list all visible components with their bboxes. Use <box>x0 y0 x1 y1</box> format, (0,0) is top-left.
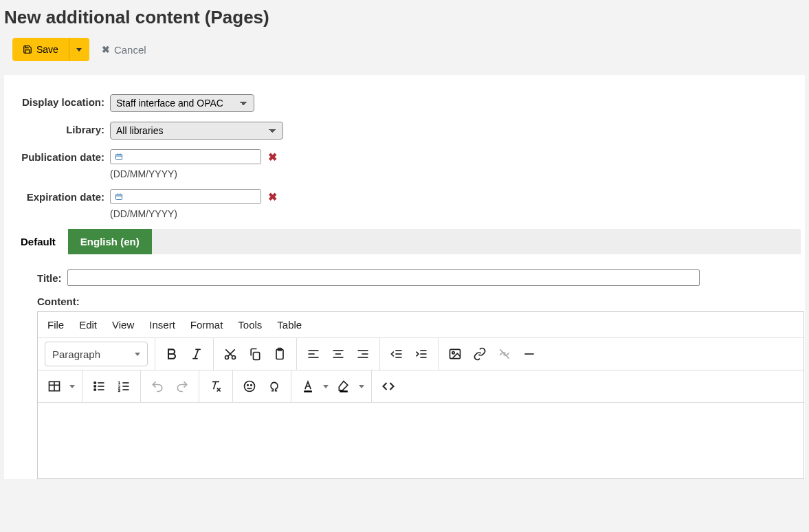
publication-date-input[interactable] <box>110 149 261 164</box>
content-label: Content: <box>37 296 801 307</box>
special-char-button[interactable] <box>265 377 284 396</box>
publication-date-hint: (DD/MM/YYYY) <box>110 168 801 179</box>
title-input[interactable] <box>67 269 700 286</box>
numbered-list-button[interactable]: 123 <box>114 377 133 396</box>
editor-toolbar-row-2: 123 <box>38 370 804 403</box>
svg-point-42 <box>94 389 96 391</box>
svg-point-54 <box>245 381 255 392</box>
copy-button[interactable] <box>245 344 265 364</box>
chevron-down-icon <box>135 353 140 356</box>
svg-point-55 <box>247 385 249 386</box>
rich-text-editor: File Edit View Insert Format Tools Table… <box>37 311 804 479</box>
align-left-button[interactable] <box>304 344 323 364</box>
save-button-label: Save <box>36 44 58 55</box>
indent-button[interactable] <box>412 344 431 364</box>
svg-point-34 <box>452 352 454 354</box>
horizontal-rule-button[interactable] <box>520 344 539 364</box>
expiration-date-hint: (DD/MM/YYYY) <box>110 208 801 219</box>
save-dropdown-toggle[interactable] <box>69 38 89 61</box>
outdent-button[interactable] <box>387 344 406 364</box>
svg-line-10 <box>195 349 199 358</box>
unlink-button[interactable] <box>495 344 514 364</box>
menu-file[interactable]: File <box>47 319 64 331</box>
editor-canvas[interactable] <box>38 403 804 478</box>
save-button[interactable]: Save <box>12 38 69 61</box>
emoji-button[interactable] <box>240 377 259 396</box>
display-location-select[interactable]: Staff interface and OPAC <box>110 94 254 112</box>
bold-button[interactable] <box>162 344 181 364</box>
svg-point-40 <box>94 382 96 384</box>
clear-format-button[interactable] <box>206 377 225 396</box>
italic-button[interactable] <box>187 344 206 364</box>
svg-text:3: 3 <box>118 388 120 392</box>
source-code-button[interactable] <box>379 377 398 396</box>
svg-point-56 <box>251 385 252 386</box>
clear-publication-date-icon[interactable]: ✖ <box>268 151 277 164</box>
clear-expiration-date-icon[interactable]: ✖ <box>268 190 277 203</box>
tab-english[interactable]: English (en) <box>68 229 152 254</box>
menu-tools[interactable]: Tools <box>238 319 262 331</box>
title-label: Title: <box>37 272 62 284</box>
menu-edit[interactable]: Edit <box>79 319 97 331</box>
menu-table[interactable]: Table <box>277 319 302 331</box>
library-label: Library: <box>8 122 110 137</box>
align-right-button[interactable] <box>353 344 373 364</box>
close-icon: ✖ <box>102 44 110 55</box>
chevron-down-icon <box>323 385 329 388</box>
calendar-icon <box>115 153 123 161</box>
editor-toolbar-row-1: Paragraph <box>38 338 804 370</box>
calendar-icon <box>115 192 123 201</box>
publication-date-label: Publication date: <box>8 149 110 164</box>
bullet-list-button[interactable] <box>89 377 109 396</box>
svg-point-12 <box>232 356 236 359</box>
expiration-date-label: Expiration date: <box>8 189 110 204</box>
svg-rect-0 <box>116 155 122 160</box>
undo-button[interactable] <box>148 377 167 396</box>
image-button[interactable] <box>445 344 465 364</box>
page-title: New additional content (Pages) <box>4 7 805 28</box>
save-icon <box>23 45 32 54</box>
tab-default[interactable]: Default <box>8 229 68 254</box>
form-panel: Display location: Staff interface and OP… <box>4 75 805 479</box>
chevron-down-icon <box>359 385 364 388</box>
svg-rect-4 <box>116 195 122 200</box>
chevron-down-icon <box>69 385 75 388</box>
svg-point-41 <box>94 386 96 388</box>
redo-button[interactable] <box>173 377 192 396</box>
block-format-select[interactable]: Paragraph <box>45 342 148 366</box>
save-button-group: Save <box>12 38 89 61</box>
align-center-button[interactable] <box>329 344 348 364</box>
link-button[interactable] <box>470 344 489 364</box>
cut-button[interactable] <box>221 344 240 364</box>
text-color-button[interactable] <box>298 377 318 396</box>
editor-menubar: File Edit View Insert Format Tools Table <box>38 312 804 338</box>
table-button[interactable] <box>45 377 64 396</box>
menu-view[interactable]: View <box>112 319 134 331</box>
paste-button[interactable] <box>270 344 289 364</box>
display-location-label: Display location: <box>8 94 110 109</box>
menu-format[interactable]: Format <box>190 319 223 331</box>
highlight-color-button[interactable] <box>334 377 353 396</box>
cancel-link[interactable]: ✖ Cancel <box>102 44 146 56</box>
svg-point-11 <box>225 356 229 359</box>
caret-down-icon <box>76 48 82 52</box>
expiration-date-input[interactable] <box>110 189 261 204</box>
menu-insert[interactable]: Insert <box>149 319 175 331</box>
library-select[interactable]: All libraries <box>110 122 283 140</box>
cancel-label: Cancel <box>114 44 146 56</box>
language-tabs: Default English (en) <box>8 229 801 254</box>
svg-rect-15 <box>254 353 260 360</box>
